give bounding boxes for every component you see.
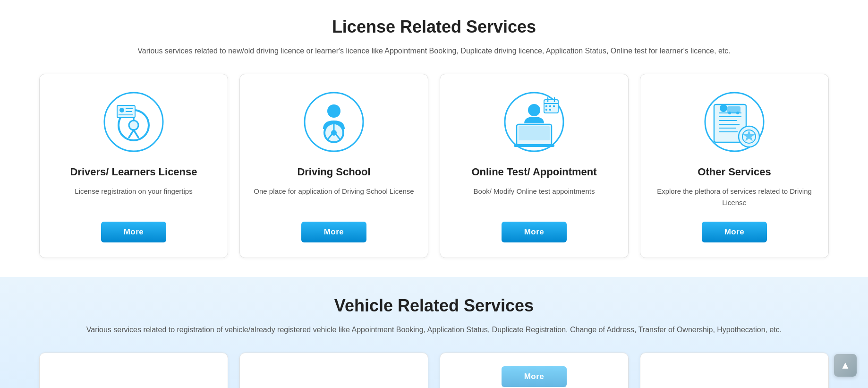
- other-services-description: Explore the plethora of services related…: [654, 186, 815, 208]
- vehicle-section: Vehicle Related Services Various service…: [0, 277, 868, 388]
- svg-rect-28: [549, 105, 551, 107]
- online-test-more-button[interactable]: More: [502, 222, 567, 242]
- card-other-services: Other Services Explore the plethora of s…: [640, 74, 829, 258]
- svg-rect-21: [514, 144, 554, 147]
- vehicle-card-3: More: [440, 353, 629, 388]
- svg-rect-30: [545, 109, 547, 111]
- online-test-title: Online Test/ Appointment: [471, 166, 596, 178]
- drivers-learners-title: Drivers/ Learners License: [70, 166, 197, 178]
- svg-point-45: [728, 112, 731, 114]
- svg-rect-27: [545, 105, 547, 107]
- svg-point-7: [119, 108, 124, 112]
- drivers-learners-icon: [103, 91, 164, 153]
- svg-rect-29: [553, 105, 555, 107]
- driving-school-icon: [303, 91, 365, 153]
- other-services-title: Other Services: [698, 166, 771, 178]
- svg-point-46: [736, 112, 739, 114]
- scroll-to-top-button[interactable]: ▲: [834, 354, 857, 377]
- driving-school-description: One place for application of Driving Sch…: [254, 186, 414, 208]
- scroll-top-arrow-icon: ▲: [840, 360, 851, 371]
- drivers-learners-more-button[interactable]: More: [101, 222, 167, 242]
- license-cards-row: Drivers/ Learners License License regist…: [28, 74, 840, 258]
- svg-point-22: [528, 104, 540, 116]
- license-section: License Related Services Various service…: [0, 0, 868, 277]
- vehicle-section-subtitle: Various services related to registration…: [28, 324, 840, 336]
- vehicle-card-1: [39, 353, 228, 388]
- vehicle-card-2: [239, 353, 428, 388]
- drivers-learners-description: License registration on your fingertips: [75, 186, 192, 208]
- card-driving-school: Driving School One place for application…: [239, 74, 428, 258]
- license-section-title: License Related Services: [28, 17, 840, 37]
- svg-point-40: [720, 104, 727, 112]
- other-services-icon: [704, 91, 765, 153]
- svg-point-12: [327, 104, 340, 118]
- svg-point-2: [129, 121, 138, 130]
- vehicle-card-3-more-button[interactable]: More: [502, 366, 567, 387]
- driving-school-more-button[interactable]: More: [301, 222, 367, 242]
- other-services-more-button[interactable]: More: [702, 222, 767, 242]
- card-drivers-learners: Drivers/ Learners License License regist…: [39, 74, 228, 258]
- card-online-test: Online Test/ Appointment Book/ Modify On…: [440, 74, 629, 258]
- svg-rect-20: [519, 126, 550, 140]
- online-test-icon: [503, 91, 565, 153]
- vehicle-card-4: [640, 353, 829, 388]
- license-section-subtitle: Various services related to new/old driv…: [28, 45, 840, 57]
- svg-rect-31: [549, 109, 551, 111]
- driving-school-title: Driving School: [297, 166, 370, 178]
- page-wrapper: License Related Services Various service…: [0, 0, 868, 388]
- online-test-description: Book/ Modify Online test appointments: [474, 186, 595, 208]
- vehicle-section-title: Vehicle Related Services: [28, 296, 840, 316]
- vehicle-cards-row: More: [28, 353, 840, 388]
